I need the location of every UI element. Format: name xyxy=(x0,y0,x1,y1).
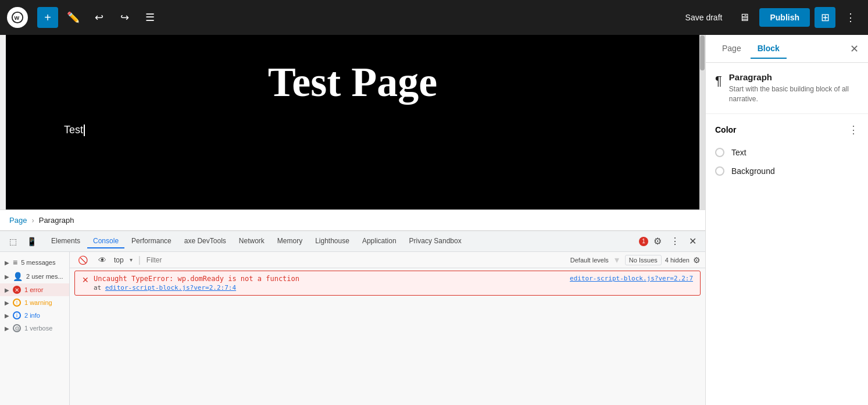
devtools-device-btn[interactable]: 📱 xyxy=(23,233,40,250)
text-cursor xyxy=(84,125,85,136)
console-eye-btn[interactable]: 👁 xyxy=(94,252,110,268)
redo-button[interactable]: ↪ xyxy=(114,7,135,28)
sidebar-user-messages[interactable]: ▶ 👤 2 user mes... xyxy=(0,269,69,283)
error-circle-icon: 1 xyxy=(639,237,648,246)
publish-button[interactable]: Publish xyxy=(759,8,810,27)
sidebar-info[interactable]: ▶ i 2 info xyxy=(0,309,69,322)
hidden-count: 4 hidden xyxy=(665,257,690,264)
tab-page[interactable]: Page xyxy=(715,39,748,59)
background-color-option[interactable]: Background xyxy=(715,162,859,180)
edit-icon-button[interactable]: ✏️ xyxy=(63,7,84,28)
error-at-text: at editor-script-block.js?ver=2.2:7:4 xyxy=(94,284,565,292)
sidebar-close-button[interactable]: ✕ xyxy=(850,42,859,55)
editor-area: Test Page Test Page › Paragraph ⬚ 📱 xyxy=(0,35,705,405)
error-count-badge[interactable]: 1 xyxy=(639,237,648,246)
breadcrumb-bar: Page › Paragraph xyxy=(0,209,705,230)
sidebar-color-section: Color ⋮ Text Background xyxy=(706,114,868,190)
tab-memory[interactable]: Memory xyxy=(272,235,308,248)
svg-text:W: W xyxy=(15,15,20,21)
default-levels-btn[interactable]: Default levels xyxy=(570,257,609,264)
text-color-circle xyxy=(715,148,724,157)
main-layout: Test Page Test Page › Paragraph ⬚ 📱 xyxy=(0,35,868,405)
list-view-button[interactable]: ☰ xyxy=(140,7,160,28)
block-name: Paragraph xyxy=(729,72,859,82)
tab-performance[interactable]: Performance xyxy=(126,235,177,248)
sidebar-verbose[interactable]: ▶ ⚙ 1 verbose xyxy=(0,322,69,335)
top-context-label: top xyxy=(114,256,124,264)
devtools-more-btn[interactable]: ⋮ xyxy=(667,233,683,250)
breadcrumb-paragraph[interactable]: Paragraph xyxy=(39,216,74,225)
background-color-label: Background xyxy=(731,166,775,176)
console-toolbar: 🚫 👁 top ▾ | Default levels ▾ No Issues 4… xyxy=(70,252,705,268)
devtools-settings-btn[interactable]: ⚙ xyxy=(649,233,666,250)
error-message-row: ✕ Uncaught TypeError: wp.domReady is not… xyxy=(74,271,701,296)
devtools-close-btn[interactable]: ✕ xyxy=(684,233,701,250)
error-icon: ✕ xyxy=(13,286,21,294)
canvas[interactable]: Test Page Test xyxy=(6,35,699,209)
error-file-link[interactable]: editor-script-block.js?ver=2.2:7:4 xyxy=(105,284,236,292)
console-main: 🚫 👁 top ▾ | Default levels ▾ No Issues 4… xyxy=(70,252,705,405)
block-description: Start with the basic building block of a… xyxy=(729,84,859,104)
sidebar-tabs: Page Block ✕ xyxy=(706,35,868,63)
sidebar-block-section: ¶ Paragraph Start with the basic buildin… xyxy=(706,63,868,114)
breadcrumb-separator: › xyxy=(31,216,34,225)
preview-button[interactable]: 🖥 xyxy=(734,7,755,28)
console-messages: ✕ Uncaught TypeError: wp.domReady is not… xyxy=(70,268,705,405)
tab-elements[interactable]: Elements xyxy=(45,235,86,248)
tab-network[interactable]: Network xyxy=(233,235,270,248)
block-type-row: ¶ Paragraph Start with the basic buildin… xyxy=(715,72,859,104)
sidebar-warnings[interactable]: ▶ ! 1 warning xyxy=(0,296,69,309)
warning-icon: ! xyxy=(13,299,21,307)
color-section-header: Color ⋮ xyxy=(715,123,859,136)
sidebar-all-messages[interactable]: ▶ ≡ 5 messages xyxy=(0,255,69,269)
test-content[interactable]: Test xyxy=(64,124,85,136)
tab-lighthouse[interactable]: Lighthouse xyxy=(309,235,355,248)
text-color-option[interactable]: Text xyxy=(715,143,859,162)
no-issues-btn[interactable]: No Issues xyxy=(625,255,662,265)
devtools-left-icons: ⬚ 📱 xyxy=(5,233,40,250)
undo-button[interactable]: ↩ xyxy=(88,7,109,28)
background-color-circle xyxy=(715,166,724,176)
devtools-body: ▶ ≡ 5 messages ▶ 👤 2 user mes... ▶ ✕ 1 e… xyxy=(0,252,705,405)
right-sidebar: Page Block ✕ ¶ Paragraph Start with the … xyxy=(705,35,868,405)
error-text-block: Uncaught TypeError: wp.domReady is not a… xyxy=(94,275,565,292)
breadcrumb-page[interactable]: Page xyxy=(9,216,27,225)
sidebar-errors[interactable]: ▶ ✕ 1 error xyxy=(0,283,69,296)
error-main-text: Uncaught TypeError: wp.domReady is not a… xyxy=(94,275,565,283)
top-toolbar: W + ✏️ ↩ ↪ ☰ Save draft 🖥 Publish ⊞ ⋮ xyxy=(0,0,868,35)
settings-button[interactable]: ⊞ xyxy=(815,7,835,28)
devtools-panel: ⬚ 📱 Elements Console Performance axe Dev… xyxy=(0,230,705,405)
canvas-wrapper: Test Page Test xyxy=(0,35,705,209)
tab-privacy-sandbox[interactable]: Privacy Sandbox xyxy=(403,235,467,248)
devtools-sidebar: ▶ ≡ 5 messages ▶ 👤 2 user mes... ▶ ✕ 1 e… xyxy=(0,252,70,405)
error-file-right[interactable]: editor-script-block.js?ver=2.2:7 xyxy=(570,275,693,282)
tab-block[interactable]: Block xyxy=(751,39,787,59)
scrollbar-thumb[interactable] xyxy=(700,35,705,70)
more-options-button[interactable]: ⋮ xyxy=(840,7,861,28)
color-more-button[interactable]: ⋮ xyxy=(848,123,859,136)
tab-console[interactable]: Console xyxy=(87,235,124,248)
tab-axe-devtools[interactable]: axe DevTools xyxy=(178,235,232,248)
devtools-inspect-btn[interactable]: ⬚ xyxy=(5,233,21,250)
console-clear-btn[interactable]: 🚫 xyxy=(74,252,91,268)
block-info: Paragraph Start with the basic building … xyxy=(729,72,859,104)
canvas-scrollbar[interactable] xyxy=(699,35,705,209)
save-draft-button[interactable]: Save draft xyxy=(678,9,730,26)
error-row-icon: ✕ xyxy=(82,275,89,285)
color-section-title: Color xyxy=(715,125,737,134)
wp-logo[interactable]: W xyxy=(7,7,28,28)
add-block-button[interactable]: + xyxy=(37,7,58,28)
page-title: Test Page xyxy=(52,58,653,106)
devtools-tabs-bar: ⬚ 📱 Elements Console Performance axe Dev… xyxy=(0,231,705,252)
tab-application[interactable]: Application xyxy=(356,235,402,248)
top-context-arrow: ▾ xyxy=(130,257,133,263)
text-color-label: Text xyxy=(731,148,746,157)
info-icon: i xyxy=(13,311,21,319)
console-filter-input[interactable] xyxy=(147,256,567,264)
verbose-icon: ⚙ xyxy=(13,324,21,332)
console-gear-icon[interactable]: ⚙ xyxy=(693,255,701,265)
paragraph-block-icon: ¶ xyxy=(715,73,722,88)
